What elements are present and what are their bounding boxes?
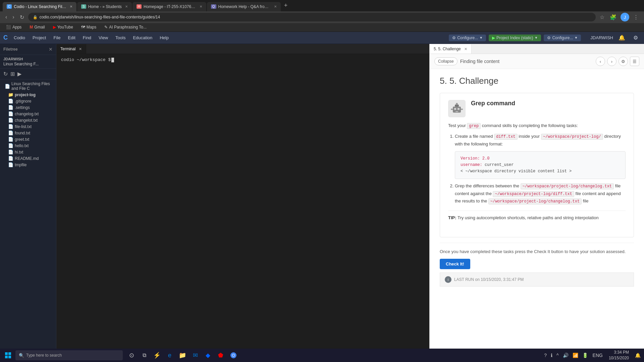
start-button[interactable] <box>2 349 14 361</box>
taskbar-system-icons: ? ℹ ^ 🔊 📶 🔋 <box>543 351 589 359</box>
profile-button[interactable]: J <box>621 13 629 21</box>
guide-list-button[interactable]: ☰ <box>630 57 639 66</box>
menu-button[interactable]: ⋮ <box>632 13 640 22</box>
tree-settings[interactable]: 📄 .settings <box>0 104 56 111</box>
tree-gitignore-label: .gitignore <box>15 99 31 104</box>
check-it-button[interactable]: Check It! <box>440 259 470 269</box>
menu-file[interactable]: File <box>50 34 64 42</box>
sidebar-play-icon[interactable]: ▶ <box>17 71 21 77</box>
taskbar-mail[interactable]: ✉ <box>189 349 201 361</box>
taskbar-app1[interactable]: ⬟ <box>215 349 227 361</box>
project-index-btn[interactable]: ▶ Project Index (static) ▼ <box>489 35 541 41</box>
guide-tab-close[interactable]: ✕ <box>464 47 467 51</box>
chevron-up-icon[interactable]: ^ <box>555 351 560 359</box>
taskbar-search-bar[interactable]: 🔍 Type here to search <box>15 350 123 360</box>
tree-hello[interactable]: 📄 hello.txt <box>0 142 56 149</box>
menu-help[interactable]: Help <box>156 34 172 42</box>
sidebar-layout-icon[interactable]: ⊞ <box>10 71 15 77</box>
tree-readme[interactable]: 📄 README.md <box>0 155 56 162</box>
tree-found[interactable]: 📄 found.txt <box>0 130 56 136</box>
sidebar-project-name: Linux Searching F... <box>3 62 53 66</box>
extensions-button[interactable]: 🧩 <box>608 13 618 22</box>
clock-time: 3:34 PM <box>609 350 629 355</box>
taskbar-files[interactable]: 📁 <box>176 349 189 361</box>
taskbar-taskview[interactable]: ⧉ <box>138 349 150 361</box>
tab-close-1[interactable]: ✕ <box>70 5 72 8</box>
taskbar-dropbox[interactable]: ◆ <box>202 349 214 361</box>
guide-next-button[interactable]: › <box>607 57 616 66</box>
tree-changelot[interactable]: 📄 changelot.txt <box>0 117 56 123</box>
bookmark-maps-label: Maps <box>87 25 96 29</box>
bookmark-gmail[interactable]: M Gmail <box>28 24 47 30</box>
new-tab-button[interactable]: + <box>281 2 290 9</box>
codio-logo[interactable]: C <box>3 34 8 41</box>
browser-tab-4[interactable]: Q Homework Help - Q&A from On... ✕ <box>207 2 281 11</box>
tree-greet[interactable]: 📄 greet.txt <box>0 136 56 142</box>
tree-root[interactable]: 📄 Linux Searching Files and File C <box>0 81 56 92</box>
taskbar-chrome[interactable] <box>227 349 239 361</box>
sidebar-tree: 📄 Linux Searching Files and File C 📁 pro… <box>0 79 56 362</box>
sidebar-refresh-icon[interactable]: ↻ <box>3 71 8 77</box>
bookmark-apps[interactable]: ⬛ Apps <box>4 24 23 30</box>
reload-button[interactable]: ↻ <box>18 13 25 22</box>
guide-prev-button[interactable]: ‹ <box>596 57 605 66</box>
tree-changelog[interactable]: 📄 changelog.txt <box>0 111 56 117</box>
tab-close-4[interactable]: ✕ <box>274 5 277 8</box>
volume-icon[interactable]: 🔊 <box>561 351 570 359</box>
sidebar-close-btn[interactable]: ✕ <box>49 47 53 52</box>
tree-changelot-label: changelot.txt <box>15 118 38 123</box>
taskbar-cortana[interactable]: ⊙ <box>125 349 138 361</box>
guide-settings-button[interactable]: ⚙ <box>619 57 628 66</box>
help-icon[interactable]: ℹ <box>549 351 554 359</box>
taskbar-lightning[interactable]: ⚡ <box>151 349 163 361</box>
collapse-button[interactable]: Collapse <box>434 57 458 65</box>
notifications-taskbar-icon[interactable]: 🔔 <box>634 351 642 359</box>
tree-tmpfile[interactable]: 📄 tmpfile <box>0 162 56 168</box>
code-username-label: username: <box>461 163 482 167</box>
battery-icon: 🔋 <box>581 351 589 359</box>
configure-btn-2[interactable]: ⚙ Configure... ▼ <box>544 35 581 41</box>
address-bar[interactable]: 🔒 codio.com/jdarwish/linux-searching-fil… <box>28 13 596 21</box>
menu-education[interactable]: Education <box>129 34 156 42</box>
tab-close-2[interactable]: ✕ <box>125 5 128 8</box>
terminal-tab-close[interactable]: ✕ <box>79 47 82 51</box>
task2-path-a: ~/workspace/project-log/changelog.txt <box>521 183 614 189</box>
bookmark-star[interactable]: ☆ <box>598 13 606 22</box>
tree-hi[interactable]: 📄 hi.txt <box>0 149 56 155</box>
taskbar-edge[interactable]: e <box>164 349 176 361</box>
menu-find[interactable]: Find <box>79 34 95 42</box>
back-button[interactable]: ‹ <box>4 13 8 21</box>
network-icon[interactable]: ? <box>543 351 548 359</box>
bookmark-maps[interactable]: 🗺 Maps <box>79 24 98 30</box>
network-wifi-icon[interactable]: 📶 <box>571 351 580 359</box>
terminal-tab[interactable]: Terminal ✕ <box>56 44 86 54</box>
forward-button[interactable]: › <box>11 13 15 21</box>
challenge-title: Grep command <box>471 100 515 107</box>
file-icon-hello: 📄 <box>8 143 13 148</box>
guide-header: Collapse Finding file content ‹ › ⚙ ☰ <box>430 54 644 69</box>
menu-view[interactable]: View <box>95 34 111 42</box>
browser-tab-2[interactable]: S Home - » Students ✕ <box>77 2 132 11</box>
menu-project[interactable]: Project <box>29 34 49 42</box>
gear-robot-icon <box>450 102 464 115</box>
menu-codio[interactable]: Codio <box>10 34 29 42</box>
tree-project-log[interactable]: 📁 project-log <box>0 92 56 98</box>
bookmark-youtube[interactable]: ▶ YouTube <box>51 24 75 30</box>
tree-root-icon: 📄 <box>5 84 10 89</box>
bookmark-ai[interactable]: ✎ AI Paraphrasing To... <box>102 24 149 30</box>
terminal-content[interactable]: codio ~/workspace $ <box>56 54 429 362</box>
browser-tab-1[interactable]: C Codio - Linux Searching Files an... ✕ <box>3 2 76 11</box>
menu-tools[interactable]: Tools <box>112 34 129 42</box>
tree-filelist[interactable]: 📄 file-list.txt <box>0 123 56 130</box>
tree-gitignore[interactable]: 📄 .gitignore <box>0 98 56 104</box>
notifications-icon[interactable]: 🔔 <box>616 33 628 42</box>
settings-icon[interactable]: ⚙ <box>631 33 641 42</box>
svg-point-14 <box>232 354 234 356</box>
guide-tab-challenge[interactable]: 5. 5. Challenge ✕ <box>430 44 472 54</box>
browser-tab-3[interactable]: H Homepage - IT-255-X1076 Intr... ✕ <box>132 2 206 11</box>
menu-edit[interactable]: Edit <box>64 34 78 42</box>
configure-btn-1[interactable]: ⚙ Configure... ▼ <box>449 35 486 41</box>
svg-rect-8 <box>5 352 8 355</box>
tab-close-3[interactable]: ✕ <box>200 5 202 8</box>
tab-title-4: Homework Help - Q&A from On... <box>218 4 271 9</box>
